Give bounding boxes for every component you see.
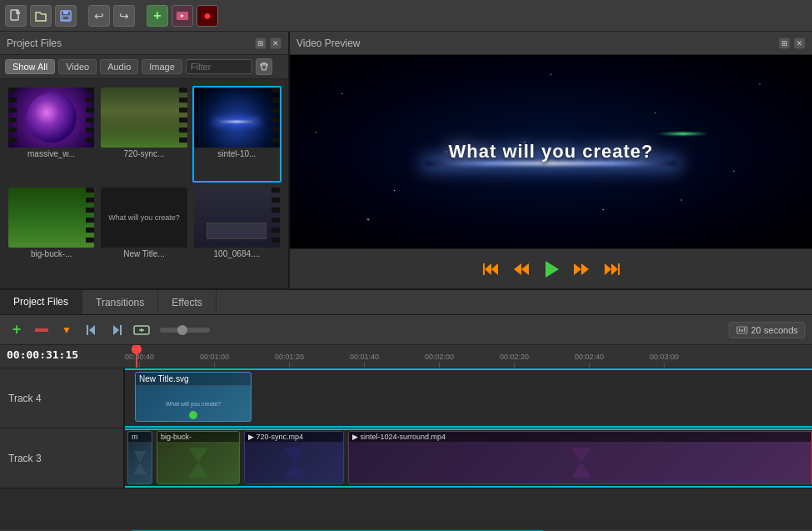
video-filter-button[interactable]: Video (58, 59, 97, 74)
image-filter-button[interactable]: Image (142, 59, 182, 74)
open-file-button[interactable] (30, 5, 52, 27)
ruler-marks: 00:00:40 00:01:00 00:01:20 00:01:40 00:0… (125, 345, 812, 368)
media-item-sync[interactable]: 720-sync... (99, 86, 188, 183)
video-clip-m[interactable]: m (127, 431, 152, 484)
ruler-mark-1: 00:01:00 (200, 353, 229, 368)
tab-effects[interactable]: Effects (158, 290, 216, 314)
svg-marker-11 (521, 263, 529, 275)
video-clip-sintel[interactable]: ▶ sintel-1024-surround.mp4 (348, 431, 812, 484)
skip-to-end-button[interactable] (600, 258, 623, 281)
svg-rect-22 (120, 325, 122, 335)
video-clip-bigbuck[interactable]: big-buck- (157, 431, 240, 484)
main-area: Project Files ⊞ ✕ Show All Video Audio I… (0, 32, 812, 290)
svg-marker-8 (491, 263, 498, 275)
media-thumb-sync (101, 88, 187, 148)
rewind-to-start-button[interactable] (480, 258, 503, 281)
render-button[interactable]: ● (197, 5, 218, 27)
zoom-slider[interactable] (160, 328, 210, 333)
show-all-button[interactable]: Show All (5, 59, 55, 74)
media-thumb-title: What will you create? (101, 188, 187, 248)
preview-overlay-text: What will you create? (449, 141, 654, 163)
svg-rect-9 (483, 263, 485, 275)
panel-close-button[interactable]: ✕ (270, 38, 281, 49)
tab-transitions[interactable]: Transitions (82, 290, 158, 314)
main-toolbar: ↩ ↪ + ● (0, 0, 812, 32)
title-clip-header: New Title.svg (136, 373, 251, 386)
save-file-button[interactable] (55, 5, 77, 27)
track-row-4: Track 4 New Title.svg What will you crea… (0, 368, 812, 428)
video-clip-sync[interactable]: ▶ 720-sync.mp4 (244, 431, 344, 484)
playhead-line[interactable] (136, 345, 137, 368)
audio-filter-button[interactable]: Audio (100, 59, 138, 74)
seconds-label: 20 seconds (751, 325, 798, 335)
media-label-massive: massive_w... (8, 148, 94, 160)
export-button[interactable] (172, 5, 193, 27)
add-track-button[interactable]: + (7, 320, 27, 340)
title-clip[interactable]: New Title.svg What will you create? (135, 372, 252, 422)
filter-clear-button[interactable] (256, 58, 272, 75)
preview-close-button[interactable]: ✕ (794, 38, 805, 49)
filter-input[interactable] (186, 59, 252, 74)
undo-button[interactable]: ↩ (88, 5, 110, 27)
svg-rect-3 (62, 16, 69, 20)
media-item-title[interactable]: What will you create? New Title... (99, 186, 188, 283)
media-item-massive[interactable]: massive_w... (7, 86, 96, 183)
filter-bar: Show All Video Audio Image (0, 55, 288, 79)
media-thumb-room (194, 188, 280, 248)
svg-marker-13 (574, 263, 581, 275)
media-item-bigbuck[interactable]: big-buck-... (7, 186, 96, 283)
track-4-label: Track 4 (0, 368, 125, 428)
media-item-room[interactable]: 100_0684.... (192, 186, 281, 283)
timeline-toolbar: + ▼ 20 seconds (0, 315, 812, 345)
fast-forward-button[interactable] (570, 258, 593, 281)
redo-button[interactable]: ↪ (113, 5, 135, 27)
timeline-section: + ▼ 20 seconds (0, 315, 812, 531)
media-thumb-massive (8, 88, 94, 148)
svg-rect-27 (739, 328, 740, 332)
bottom-area: Project Files Transitions Effects + ▼ (0, 290, 812, 531)
media-grid: massive_w... 720-sync... sintel-10... (0, 79, 288, 288)
project-files-title: Project Files (7, 38, 62, 49)
track-3-content[interactable]: m big-buck- (125, 428, 812, 488)
preview-header: Video Preview ⊞ ✕ (290, 32, 812, 55)
clip-bottom-marker (189, 411, 197, 419)
svg-marker-10 (514, 263, 521, 275)
svg-rect-28 (741, 329, 743, 332)
insert-clip-button[interactable] (132, 320, 152, 340)
preview-green-flare (658, 133, 708, 135)
preview-expand-button[interactable]: ⊞ (779, 38, 790, 49)
media-label-sintel: sintel-10... (194, 148, 280, 160)
project-files-header: Project Files ⊞ ✕ (0, 32, 288, 55)
svg-marker-21 (113, 325, 119, 335)
ruler-mark-6: 00:02:40 (575, 353, 604, 368)
timeline-scrollbar[interactable] (0, 528, 812, 531)
panel-expand-button[interactable]: ⊞ (255, 38, 267, 49)
ruler-mark-2: 00:01:20 (275, 353, 304, 368)
filter-tracks-button[interactable]: ▼ (57, 320, 77, 340)
ruler-mark-3: 00:01:40 (350, 353, 379, 368)
bottom-tabs: Project Files Transitions Effects (0, 290, 812, 315)
rewind-button[interactable] (510, 258, 533, 281)
jump-start-button[interactable] (82, 320, 102, 340)
ruler-mark-0: 00:00:40 (125, 353, 154, 368)
remove-track-button[interactable] (32, 320, 52, 340)
play-button[interactable] (540, 258, 563, 281)
timeline-ruler: 00:00:31:15 00:00:40 00:01:00 00:01:20 0… (0, 345, 812, 368)
svg-rect-29 (744, 328, 745, 332)
ruler-mark-5: 00:02:20 (500, 353, 529, 368)
jump-end-button[interactable] (107, 320, 127, 340)
video-preview-area: What will you create? (290, 55, 812, 248)
new-file-button[interactable] (5, 5, 27, 27)
ruler-mark-4: 00:02:00 (425, 353, 454, 368)
track-4-content[interactable]: New Title.svg What will you create? (125, 368, 812, 428)
zoom-handle[interactable] (177, 325, 187, 335)
preview-header-controls: ⊞ ✕ (779, 38, 805, 49)
svg-marker-14 (581, 263, 589, 275)
media-item-sintel[interactable]: sintel-10... (192, 86, 281, 183)
zoom-level-display: 20 seconds (729, 322, 805, 338)
import-button[interactable]: + (147, 5, 168, 27)
svg-rect-17 (618, 263, 620, 275)
tab-project-files[interactable]: Project Files (0, 290, 82, 314)
svg-rect-2 (63, 11, 68, 14)
transport-controls (290, 248, 812, 288)
